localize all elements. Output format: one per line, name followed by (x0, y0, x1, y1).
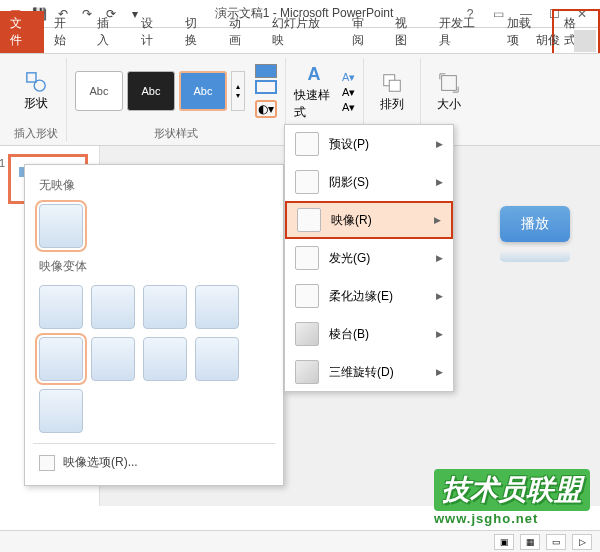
ribbon-tabs: 文件 开始 插入 设计 切换 动画 幻灯片放映 审阅 视图 开发工具 加载项 格… (0, 28, 600, 54)
menu-glow-label: 发光(G) (329, 250, 370, 267)
shape-effects-button[interactable]: ◐▾ (255, 100, 277, 118)
menu-glow[interactable]: 发光(G)▶ (285, 239, 453, 277)
svg-point-1 (34, 80, 45, 91)
reflection-options-label: 映像选项(R)... (63, 454, 138, 471)
tab-home[interactable]: 开始 (44, 11, 88, 53)
chevron-right-icon: ▶ (436, 253, 443, 263)
group-label-shape-styles: 形状样式 (154, 124, 198, 141)
glow-icon (295, 246, 319, 270)
reflection-preset-none[interactable] (39, 204, 83, 248)
svg-rect-0 (27, 72, 36, 81)
tab-view[interactable]: 视图 (385, 11, 429, 53)
tab-insert[interactable]: 插入 (87, 11, 131, 53)
shapes-icon (25, 71, 47, 93)
chevron-right-icon: ▶ (436, 367, 443, 377)
flyout-header-none: 无映像 (33, 173, 275, 198)
tab-review[interactable]: 审阅 (342, 11, 386, 53)
size-label: 大小 (437, 96, 461, 113)
text-effects-icon[interactable]: A▾ (342, 101, 355, 114)
reflection-preset-4[interactable] (195, 285, 239, 329)
arrange-label: 排列 (380, 96, 404, 113)
chevron-right-icon: ▶ (436, 177, 443, 187)
shadow-icon (295, 170, 319, 194)
ribbon-group-insert-shapes: 形状 插入形状 (6, 58, 67, 141)
site-watermark: 技术员联盟 www.jsgho.net (434, 469, 590, 526)
arrange-icon (381, 72, 403, 94)
reflection-options-item[interactable]: 映像选项(R)... (33, 448, 275, 477)
play-shape-reflection (500, 250, 570, 262)
menu-bevel[interactable]: 棱台(B)▶ (285, 315, 453, 353)
chevron-right-icon: ▶ (436, 291, 443, 301)
menu-shadow-label: 阴影(S) (329, 174, 369, 191)
group-label-insert-shapes: 插入形状 (14, 124, 58, 141)
tab-slideshow[interactable]: 幻灯片放映 (262, 11, 341, 53)
reflection-preset-5[interactable] (39, 337, 83, 381)
reflection-icon (297, 208, 321, 232)
menu-preset[interactable]: 预设(P)▶ (285, 125, 453, 163)
view-sorter-button[interactable]: ▦ (520, 534, 540, 550)
view-normal-button[interactable]: ▣ (494, 534, 514, 550)
menu-preset-label: 预设(P) (329, 136, 369, 153)
reflection-preset-3[interactable] (143, 285, 187, 329)
svg-rect-3 (390, 80, 401, 91)
arrange-button[interactable]: 排列 (372, 68, 412, 118)
text-fill-icon[interactable]: A▾ (342, 71, 355, 84)
status-bar: ▣ ▦ ▭ ▷ (0, 530, 600, 552)
size-button[interactable]: 大小 (429, 68, 469, 118)
shape-style-3[interactable]: Abc (179, 71, 227, 111)
separator (33, 443, 275, 444)
wordart-icon: A (308, 64, 321, 85)
reflection-preset-1[interactable] (39, 285, 83, 329)
shapes-label: 形状 (24, 95, 48, 112)
shape-fill-button[interactable] (255, 64, 277, 78)
reflection-preset-8[interactable] (195, 337, 239, 381)
chevron-right-icon: ▶ (434, 215, 441, 225)
menu-shadow[interactable]: 阴影(S)▶ (285, 163, 453, 201)
play-shape[interactable]: 播放 (500, 206, 570, 242)
shape-style-2[interactable]: Abc (127, 71, 175, 111)
shapes-gallery-button[interactable]: 形状 (16, 66, 56, 116)
user-avatar[interactable] (574, 30, 596, 52)
bevel-icon (295, 322, 319, 346)
rotation-icon (295, 360, 319, 384)
view-reading-button[interactable]: ▭ (546, 534, 566, 550)
ribbon-group-shape-styles: Abc Abc Abc ▴▾ ◐▾ 形状样式 (67, 58, 286, 141)
menu-reflection[interactable]: 映像(R)▶ (285, 201, 453, 239)
shape-effects-menu: 预设(P)▶ 阴影(S)▶ 映像(R)▶ 发光(G)▶ 柔化边缘(E)▶ 棱台(… (284, 124, 454, 392)
tab-developer[interactable]: 开发工具 (429, 11, 496, 53)
reflection-preset-9[interactable] (39, 389, 83, 433)
site-logo-url: www.jsgho.net (434, 511, 590, 526)
menu-3drotation-label: 三维旋转(D) (329, 364, 394, 381)
menu-3drotation[interactable]: 三维旋转(D)▶ (285, 353, 453, 391)
tab-file[interactable]: 文件 (0, 11, 44, 53)
tab-transitions[interactable]: 切换 (175, 11, 219, 53)
softedge-icon (295, 284, 319, 308)
menu-bevel-label: 棱台(B) (329, 326, 369, 343)
tab-design[interactable]: 设计 (131, 11, 175, 53)
tab-user[interactable]: 胡俊 (526, 28, 570, 53)
menu-reflection-label: 映像(R) (331, 212, 372, 229)
menu-softedge-label: 柔化边缘(E) (329, 288, 393, 305)
shape-styles-more-button[interactable]: ▴▾ (231, 71, 245, 111)
menu-softedge[interactable]: 柔化边缘(E)▶ (285, 277, 453, 315)
reflection-preset-7[interactable] (143, 337, 187, 381)
shape-outline-button[interactable] (255, 80, 277, 94)
reflection-preset-2[interactable] (91, 285, 135, 329)
flyout-header-variants: 映像变体 (33, 254, 275, 279)
reflection-flyout: 无映像 映像变体 映像选项(R)... (24, 164, 284, 486)
reflection-preset-6[interactable] (91, 337, 135, 381)
chevron-right-icon: ▶ (436, 329, 443, 339)
text-outline-icon[interactable]: A▾ (342, 86, 355, 99)
tab-animations[interactable]: 动画 (219, 11, 263, 53)
size-icon (438, 72, 460, 94)
quick-style-label: 快速样式 (294, 87, 334, 121)
quick-style-button[interactable]: A 快速样式 (294, 68, 334, 118)
site-logo-text: 技术员联盟 (434, 469, 590, 511)
svg-rect-4 (442, 76, 457, 91)
view-slideshow-button[interactable]: ▷ (572, 534, 592, 550)
options-icon (39, 455, 55, 471)
preset-icon (295, 132, 319, 156)
shape-style-1[interactable]: Abc (75, 71, 123, 111)
chevron-right-icon: ▶ (436, 139, 443, 149)
